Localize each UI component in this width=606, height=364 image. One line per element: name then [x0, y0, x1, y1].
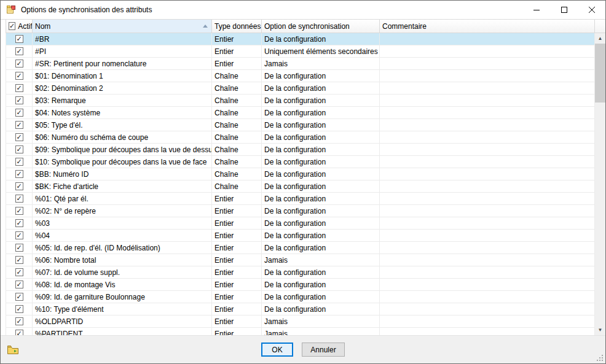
cell-commentaire	[380, 180, 595, 193]
cell-actif	[6, 242, 33, 254]
column-header-type[interactable]: Type données	[212, 20, 262, 33]
table-row[interactable]: #PIEntierUniquement éléments secondaires	[6, 45, 595, 58]
table-row[interactable]: $01: Dénomination 1ChaîneDe la configura…	[6, 70, 595, 82]
row-checkbox[interactable]	[15, 268, 23, 276]
scrollbar-track[interactable]	[595, 44, 605, 325]
scrollbar-thumb[interactable]	[595, 44, 605, 103]
table-row[interactable]: $09: Symbolique pour découpes dans la vu…	[6, 144, 595, 156]
table-row[interactable]: $05: Type d'él.ChaîneDe la configuration	[6, 119, 595, 131]
table-row[interactable]: $BK: Fiche d'articleChaîneDe la configur…	[6, 180, 595, 193]
column-header-option[interactable]: Option de synchronisation	[262, 20, 380, 33]
row-checkbox[interactable]	[15, 158, 23, 166]
row-checkbox[interactable]	[15, 293, 23, 301]
row-checkbox[interactable]	[15, 133, 23, 141]
table-row[interactable]: %02: N° de repèreEntierDe la configurati…	[6, 205, 595, 217]
table-row[interactable]: %05: Id. de rep. d'él. (ID Modélisation)…	[6, 242, 595, 254]
column-label-option: Option de synchronisation	[264, 22, 350, 31]
column-header-nom[interactable]: Nom	[33, 20, 212, 33]
table-row[interactable]: %OLDPARTIDEntierJamais	[6, 316, 595, 328]
folder-icon[interactable]	[7, 344, 19, 356]
table-row[interactable]: #SR: Pertinent pour nomenclatureEntierJa…	[6, 58, 595, 70]
row-checkbox[interactable]	[15, 195, 23, 203]
row-checkbox[interactable]	[15, 182, 23, 190]
table-row[interactable]: %08: Id. de montage VisEntierDe la confi…	[6, 279, 595, 291]
row-checkbox[interactable]	[15, 121, 23, 129]
row-checkbox[interactable]	[15, 96, 23, 104]
titlebar: Options de synchronisation des attributs	[1, 1, 605, 19]
table-row[interactable]: $06: Numéro du schéma de coupeChaîneDe l…	[6, 131, 595, 144]
cell-option: De la configuration	[262, 168, 380, 180]
ok-button[interactable]: OK	[261, 343, 293, 357]
row-checkbox[interactable]	[15, 219, 23, 227]
table-row[interactable]: %09: Id. de garniture BoulonnageEntierDe…	[6, 291, 595, 303]
table-row[interactable]: %01: Qté par él.EntierDe la configuratio…	[6, 193, 595, 205]
cell-option: De la configuration	[262, 205, 380, 217]
row-checkbox[interactable]	[15, 170, 23, 178]
footer: OK Annuler	[1, 335, 605, 363]
cell-type: Chaîne	[212, 156, 262, 168]
table-row[interactable]: %03EntierDe la configuration	[6, 217, 595, 230]
cell-actif	[6, 279, 33, 291]
row-checkbox[interactable]	[15, 109, 23, 117]
row-checkbox[interactable]	[15, 244, 23, 252]
row-checkbox[interactable]	[15, 330, 23, 335]
maximize-button[interactable]	[550, 1, 578, 19]
minimize-button[interactable]	[522, 1, 550, 19]
cell-nom: %PARTIDENT	[33, 328, 212, 335]
table-row[interactable]: $02: Dénomination 2ChaîneDe la configura…	[6, 82, 595, 95]
header-checkbox[interactable]	[9, 22, 15, 30]
table-row[interactable]: #BREntierDe la configuration	[6, 33, 595, 45]
table-row[interactable]: $04: Notes systèmeChaîneDe la configurat…	[6, 107, 595, 119]
cell-nom: $10: Symbolique pour découpes dans la vu…	[33, 156, 212, 168]
row-checkbox[interactable]	[15, 317, 23, 325]
table-row[interactable]: %04EntierDe la configuration	[6, 230, 595, 242]
row-checkbox[interactable]	[15, 256, 23, 264]
cell-type: Entier	[212, 33, 262, 45]
cell-commentaire	[380, 328, 595, 335]
cancel-button[interactable]: Annuler	[302, 343, 345, 357]
close-button[interactable]	[578, 1, 605, 19]
cell-option: De la configuration	[262, 156, 380, 168]
cell-nom: $02: Dénomination 2	[33, 82, 212, 95]
vertical-scrollbar[interactable]: ▲ ▼	[595, 33, 605, 335]
row-checkbox[interactable]	[15, 47, 23, 55]
cell-option: De la configuration	[262, 107, 380, 119]
cell-commentaire	[380, 230, 595, 242]
row-checkbox[interactable]	[15, 305, 23, 313]
row-checkbox[interactable]	[15, 281, 23, 288]
table-row[interactable]: $03: RemarqueChaîneDe la configuration	[6, 95, 595, 107]
table-row[interactable]: %PARTIDENTEntierJamais	[6, 328, 595, 335]
cell-actif	[6, 291, 33, 303]
cell-option: De la configuration	[262, 266, 380, 279]
column-header-commentaire[interactable]: Commentaire	[380, 20, 595, 33]
row-checkbox[interactable]	[15, 145, 23, 153]
column-header-actif[interactable]: Actif	[6, 20, 33, 33]
row-checkbox[interactable]	[15, 72, 23, 80]
cell-actif	[6, 316, 33, 328]
cell-option: De la configuration	[262, 144, 380, 156]
table-row[interactable]: %07: Id. de volume suppl.EntierDe la con…	[6, 266, 595, 279]
cell-actif	[6, 70, 33, 82]
cell-option: De la configuration	[262, 70, 380, 82]
cell-actif	[6, 144, 33, 156]
cell-actif	[6, 95, 33, 107]
table-row[interactable]: %06: Nombre totalEntierJamais	[6, 254, 595, 266]
cell-commentaire	[380, 279, 595, 291]
table-row[interactable]: $10: Symbolique pour découpes dans la vu…	[6, 156, 595, 168]
cell-commentaire	[380, 156, 595, 168]
table-row[interactable]: $BB: Numéro IDChaîneDe la configuration	[6, 168, 595, 180]
row-checkbox[interactable]	[15, 60, 23, 68]
cell-type: Chaîne	[212, 95, 262, 107]
cell-actif	[6, 193, 33, 205]
scroll-down-icon[interactable]: ▼	[595, 325, 605, 335]
cell-commentaire	[380, 217, 595, 230]
row-checkbox[interactable]	[15, 35, 23, 43]
cell-actif	[6, 328, 33, 335]
row-checkbox[interactable]	[15, 207, 23, 215]
cell-commentaire	[380, 58, 595, 70]
scroll-up-icon[interactable]: ▲	[595, 33, 605, 44]
resize-grip[interactable]	[596, 354, 604, 362]
table-row[interactable]: %10: Type d'élémentEntierDe la configura…	[6, 303, 595, 316]
row-checkbox[interactable]	[15, 231, 23, 239]
row-checkbox[interactable]	[15, 84, 23, 92]
